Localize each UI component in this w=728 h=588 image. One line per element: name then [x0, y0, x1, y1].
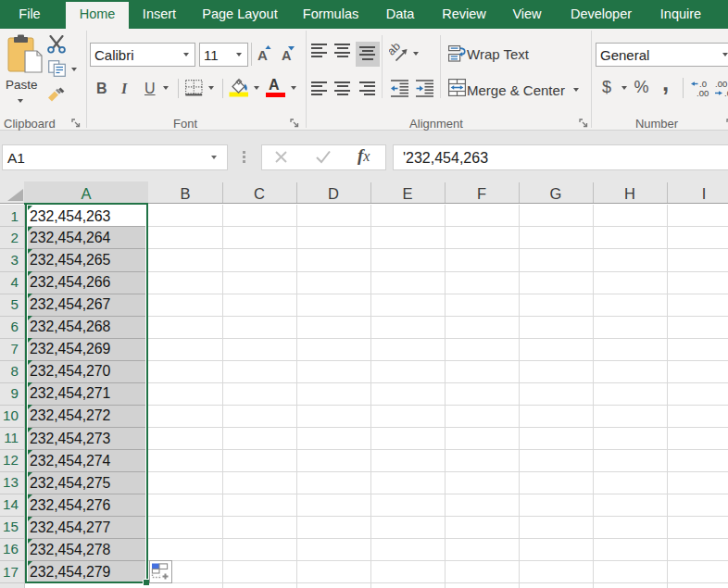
svg-text:.0: .0 [724, 88, 728, 97]
svg-text:.00: .00 [697, 88, 709, 97]
